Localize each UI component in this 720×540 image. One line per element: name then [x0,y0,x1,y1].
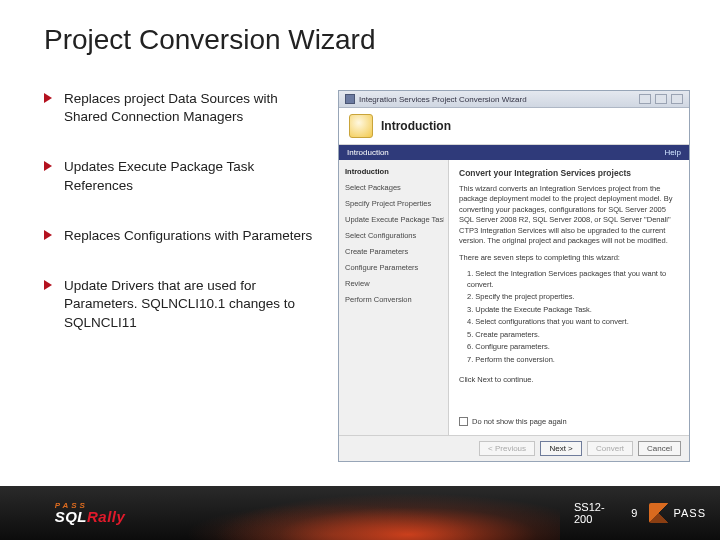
bullet-item: Replaces Configurations with Parameters [44,227,324,245]
svg-marker-0 [44,93,52,103]
main-heading: Convert your Integration Services projec… [459,168,679,180]
wizard-header: Introduction [339,108,689,145]
next-button[interactable]: Next > [540,441,582,456]
cancel-button[interactable]: Cancel [638,441,681,456]
nav-configure-parameters[interactable]: Configure Parameters [343,262,444,273]
wizard-header-title: Introduction [381,119,451,133]
nav-review[interactable]: Review [343,278,444,289]
nav-perform-conversion[interactable]: Perform Conversion [343,294,444,305]
checkbox-label: Do not show this page again [472,417,567,428]
bullet-item: Updates Execute Package Task References [44,158,324,194]
bullet-arrow-icon [44,93,54,103]
wizard-subbar: Introduction Help [339,145,689,160]
nav-select-packages[interactable]: Select Packages [343,182,444,193]
slide-title: Project Conversion Wizard [44,24,375,56]
pass-wordmark: PASS [673,507,706,519]
svg-marker-3 [44,280,52,290]
nav-update-execute-package[interactable]: Update Execute Package Task [343,214,444,225]
logo-rally: Rally [87,508,125,525]
click-next-hint: Click Next to continue. [459,375,679,386]
bullet-item: Update Drivers that are used for Paramet… [44,277,324,332]
footer-graphic [180,486,560,540]
footer-right: SS12-200 9 PASS [560,486,720,540]
bullet-arrow-icon [44,280,54,290]
help-link[interactable]: Help [665,148,681,157]
window-title: Integration Services Project Conversion … [359,95,527,104]
bullet-item: Replaces project Data Sources with Share… [44,90,324,126]
page-number: 9 [631,507,637,519]
maximize-icon[interactable] [655,94,667,104]
wizard-body: Introduction Select Packages Specify Pro… [339,160,689,435]
previous-button[interactable]: < Previous [479,441,535,456]
step-item: 2. Specify the project properties. [467,292,679,303]
steps-intro: There are seven steps to completing this… [459,253,679,264]
slide-footer: PASS SQLRally SS12-200 9 PASS [0,486,720,540]
svg-marker-1 [44,161,52,171]
bullet-list: Replaces project Data Sources with Share… [44,90,324,460]
step-item: 4. Select configurations that you want t… [467,317,679,328]
step-item: 6. Configure parameters. [467,342,679,353]
bullet-arrow-icon [44,230,54,240]
step-item: 5. Create parameters. [467,330,679,341]
wizard-nav: Introduction Select Packages Specify Pro… [339,160,449,435]
session-code: SS12-200 [574,501,619,525]
bullet-text: Replaces Configurations with Parameters [64,227,312,245]
intro-paragraph: This wizard converts an Integration Serv… [459,184,679,247]
bullet-text: Update Drivers that are used for Paramet… [64,277,324,332]
wizard-titlebar: Integration Services Project Conversion … [339,91,689,108]
app-icon [345,94,355,104]
nav-introduction[interactable]: Introduction [343,166,444,177]
minimize-icon[interactable] [639,94,651,104]
checkbox-icon[interactable] [459,417,468,426]
subbar-title: Introduction [347,148,389,157]
sqlrally-logo: PASS SQLRally [55,501,126,525]
wizard-button-bar: < Previous Next > Convert Cancel [339,435,689,461]
step-item: 3. Update the Execute Package Task. [467,305,679,316]
bullet-text: Replaces project Data Sources with Share… [64,90,324,126]
pass-mark-icon [649,503,669,523]
step-item: 7. Perform the conversion. [467,355,679,366]
bullet-arrow-icon [44,161,54,171]
wizard-main-panel: Convert your Integration Services projec… [449,160,689,435]
convert-button[interactable]: Convert [587,441,633,456]
package-icon [349,114,373,138]
conversion-wizard-window: Integration Services Project Conversion … [338,90,690,462]
content-area: Replaces project Data Sources with Share… [44,90,690,460]
svg-marker-2 [44,230,52,240]
nav-project-properties[interactable]: Specify Project Properties [343,198,444,209]
bullet-text: Updates Execute Package Task References [64,158,324,194]
step-item: 1. Select the Integration Services packa… [467,269,679,290]
pass-logo: PASS [649,503,706,523]
nav-create-parameters[interactable]: Create Parameters [343,246,444,257]
dont-show-again[interactable]: Do not show this page again [459,417,679,428]
nav-select-configurations[interactable]: Select Configurations [343,230,444,241]
footer-brand-left: PASS SQLRally [0,486,180,540]
logo-sql: SQL [55,508,87,525]
close-icon[interactable] [671,94,683,104]
